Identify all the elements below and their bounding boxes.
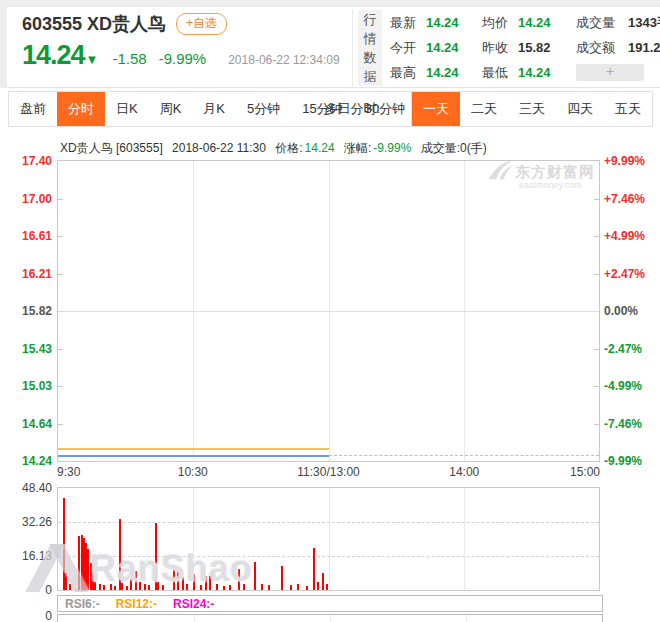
- price-tick-label: 14.64: [0, 418, 52, 430]
- tab-multiday-三天[interactable]: 三天: [508, 92, 556, 126]
- quote-item-label: 最高: [390, 64, 426, 82]
- tab-周K[interactable]: 周K: [149, 92, 193, 126]
- price-tick-label: 16.61: [0, 230, 52, 242]
- quote-item-label: 均价: [482, 14, 518, 32]
- rsi-value-rsi24: RSI24:-: [173, 597, 214, 611]
- volume-bar: [254, 562, 256, 590]
- multiday-tabs: 一天二天三天四天五天: [411, 91, 653, 127]
- quote-item-label: 昨收: [482, 39, 518, 57]
- volume-bar: [65, 573, 67, 590]
- volume-bar: [313, 548, 315, 590]
- percent-tick-label: +2.47%: [604, 268, 660, 280]
- average-price-line: [58, 448, 329, 450]
- volume-bar: [177, 570, 179, 590]
- info-name: XD贵人鸟 [603555]: [60, 141, 163, 155]
- tab-月K[interactable]: 月K: [192, 92, 236, 126]
- quote-item-label: 今开: [390, 39, 426, 57]
- info-datetime: 2018-06-22 11:30: [172, 141, 266, 155]
- tab-multiday-四天[interactable]: 四天: [556, 92, 604, 126]
- price-axis-left: 17.4017.0016.6116.2115.8215.4315.0314.64…: [0, 160, 52, 462]
- volume-bar: [148, 585, 150, 590]
- tab-multiday-一天[interactable]: 一天: [412, 92, 460, 126]
- crosshair-info-line: XD贵人鸟 [603555] 2018-06-22 11:30 价格:14.24…: [60, 140, 493, 157]
- volume-tick-label: 16.13: [0, 550, 52, 562]
- quote-item-value: 14.24: [518, 65, 576, 80]
- axis-tick: [58, 349, 63, 350]
- tab-分时[interactable]: 分时: [57, 92, 105, 126]
- axis-tick: [594, 274, 599, 275]
- quote-item-value: 14.24: [426, 65, 482, 80]
- quote-panel-side-label: 行情数据: [358, 10, 382, 86]
- vertical-gridline: [466, 615, 467, 622]
- volume-bar: [200, 585, 202, 590]
- volume-bar: [209, 576, 211, 590]
- tab-盘前[interactable]: 盘前: [9, 92, 57, 126]
- volume-bar: [229, 585, 231, 590]
- time-tick-label: 11:30/13:00: [297, 465, 360, 479]
- expand-quote-button[interactable]: +: [576, 64, 644, 81]
- tab-5分钟[interactable]: 5分钟: [236, 92, 291, 126]
- axis-tick: [594, 424, 599, 425]
- tab-multiday-二天[interactable]: 二天: [460, 92, 508, 126]
- price-tick-label: 16.21: [0, 268, 52, 280]
- info-volume-label: 成交量:: [421, 141, 460, 155]
- volume-tick-label: 0: [0, 584, 52, 596]
- percent-tick-label: +9.99%: [604, 155, 660, 167]
- quote-item-value: 1343手: [628, 14, 660, 32]
- page-edge-left: [0, 0, 7, 88]
- volume-bar: [182, 577, 184, 590]
- price-change-percent: -9.99%: [159, 50, 207, 67]
- percent-tick-label: +4.99%: [604, 230, 660, 242]
- percent-axis-right: +9.99%+7.46%+4.99%+2.47%0.00%-2.47%-4.99…: [604, 160, 660, 462]
- rsi-value-rsi6: RSI6:-: [65, 597, 100, 611]
- multiday-label: 多日分时:: [324, 100, 380, 118]
- volume-bar: [297, 584, 299, 590]
- info-change-label: 涨幅:: [344, 141, 371, 155]
- percent-tick-label: -4.99%: [604, 380, 660, 392]
- rsi-value-rsi12: RSI12:-: [116, 597, 157, 611]
- volume-plot[interactable]: [57, 487, 600, 591]
- volume-bar: [155, 523, 157, 590]
- rsi-pane-clipped: [57, 614, 603, 622]
- volume-bar: [114, 586, 116, 590]
- time-tick-label: 10:30: [178, 465, 208, 479]
- percent-tick-label: -9.99%: [604, 455, 660, 467]
- volume-bar: [99, 584, 101, 590]
- tab-multiday-五天[interactable]: 五天: [604, 92, 652, 126]
- volume-bar: [306, 586, 308, 590]
- price-tick-label: 15.43: [0, 343, 52, 355]
- volume-bar: [87, 549, 89, 590]
- time-tick-label: 14:00: [449, 465, 479, 479]
- info-price-label: 价格:: [275, 141, 302, 155]
- volume-bar: [216, 584, 218, 590]
- axis-tick: [594, 349, 599, 350]
- volume-bar: [326, 584, 328, 590]
- header-divider: [352, 9, 353, 87]
- tab-日K[interactable]: 日K: [105, 92, 149, 126]
- axis-tick: [58, 236, 63, 237]
- volume-bar: [157, 582, 159, 590]
- quote-item-value: 191.2万: [628, 39, 660, 57]
- volume-gridline: [58, 522, 599, 523]
- volume-bar: [243, 584, 245, 590]
- vertical-gridline: [330, 615, 331, 622]
- period-tabbar: 盘前分时日K周K月K5分钟15分钟30分钟60分钟 多日分时: 一天二天三天四天…: [0, 90, 660, 126]
- volume-bar: [139, 582, 141, 590]
- timeshare-plot[interactable]: [57, 160, 600, 462]
- axis-tick: [58, 424, 63, 425]
- rsi-indicator-strip[interactable]: RSI6:-RSI12:-RSI24:-: [57, 595, 603, 612]
- volume-bar: [130, 579, 132, 590]
- vertical-gridline: [194, 615, 195, 622]
- volume-bar: [223, 586, 225, 590]
- percent-tick-label: -7.46%: [604, 418, 660, 430]
- add-watchlist-button[interactable]: +自选: [176, 13, 227, 35]
- axis-tick: [58, 199, 63, 200]
- info-volume-value: 0(手): [460, 141, 487, 155]
- price-tick-label: 15.03: [0, 380, 52, 392]
- volume-bar: [205, 576, 207, 590]
- last-price: 14.24: [22, 40, 85, 71]
- post-halt-dashed-line: [329, 455, 600, 456]
- down-arrow-icon: ▼: [86, 52, 99, 67]
- volume-bar: [268, 585, 270, 590]
- volume-bar: [119, 519, 121, 590]
